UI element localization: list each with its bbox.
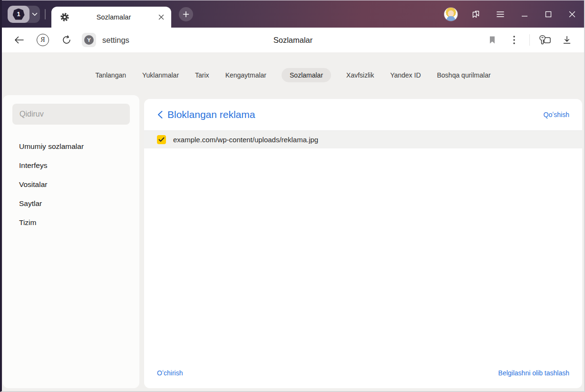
- avatar: [444, 8, 458, 21]
- titlebar-right-controls: [439, 0, 584, 28]
- nav-tab-boshqa-qurilmalar[interactable]: Boshqa qurilmalar: [436, 68, 492, 82]
- bookmark-icon[interactable]: [484, 31, 501, 49]
- titlebar-divider: [45, 9, 46, 20]
- toolbar: Я Y settings Sozlamalar: [2, 28, 584, 52]
- blocked-ad-row[interactable]: example.com/wp-content/uploads/reklama.j…: [144, 131, 582, 148]
- nav-tab-yuklanmalar[interactable]: Yuklanmalar: [141, 68, 180, 82]
- y-badge-icon: Y: [84, 35, 94, 45]
- tab-counter[interactable]: 1: [8, 6, 40, 23]
- sidebar-item-interfeys[interactable]: Interfeys: [12, 156, 130, 175]
- toolbar-divider: [529, 34, 530, 46]
- nav-tab-kengaytmalar[interactable]: Kengaytmalar: [224, 68, 267, 82]
- tab-group-shield-icon: 1: [13, 9, 25, 20]
- minimize-button[interactable]: [513, 0, 536, 28]
- content-footer: Oʻchirish Belgilashni olib tashlash: [144, 369, 582, 388]
- active-tab[interactable]: Sozlamalar: [51, 7, 171, 28]
- tab-counter-value: 1: [17, 10, 20, 18]
- checked-checkbox[interactable]: [157, 135, 166, 144]
- sidebar-item-tizim[interactable]: Tizim: [12, 213, 130, 232]
- search-engine-badge[interactable]: Y: [82, 33, 96, 47]
- nav-tab-sozlamalar[interactable]: Sozlamalar: [282, 68, 331, 82]
- titlebar: 1 Sozlamalar: [2, 0, 584, 28]
- close-window-button[interactable]: [560, 0, 584, 28]
- sidebar-list: Umumiy sozlamalar Interfeys Vositalar Sa…: [12, 137, 130, 232]
- collections-icon[interactable]: [463, 0, 488, 28]
- settings-body: Umumiy sozlamalar Interfeys Vositalar Sa…: [2, 95, 584, 391]
- settings-nav: Tanlangan Yuklanmalar Tarix Kengaytmalar…: [2, 52, 584, 95]
- kebab-menu-icon[interactable]: [506, 31, 523, 49]
- profile-avatar[interactable]: [439, 0, 463, 28]
- nav-tab-tanlangan[interactable]: Tanlangan: [94, 68, 127, 82]
- chevron-down-icon[interactable]: [29, 12, 40, 16]
- download-icon[interactable]: [558, 31, 575, 49]
- content-title[interactable]: Bloklangan reklama: [167, 109, 255, 120]
- yandex-letter: Я: [40, 36, 45, 44]
- delete-link[interactable]: Oʻchirish: [157, 369, 183, 377]
- maximize-button[interactable]: [536, 0, 560, 28]
- menu-icon[interactable]: [488, 0, 513, 28]
- chevron-left-icon[interactable]: [157, 110, 163, 119]
- browser-window: 1 Sozlamalar: [0, 0, 585, 392]
- sidebar-item-saytlar[interactable]: Saytlar: [12, 194, 130, 213]
- toolbar-right: [484, 31, 575, 49]
- tab-counter-badge: 1: [8, 6, 29, 23]
- content-header: Bloklangan reklama Qoʻshish: [144, 99, 582, 130]
- close-tab-icon[interactable]: [158, 14, 165, 20]
- new-tab-button[interactable]: [179, 7, 193, 21]
- sidebar-item-vositalar[interactable]: Vositalar: [12, 175, 130, 194]
- add-link[interactable]: Qoʻshish: [544, 111, 569, 118]
- refresh-icon[interactable]: [58, 31, 75, 49]
- search-input[interactable]: [12, 104, 130, 125]
- page-title: Sozlamalar: [273, 36, 313, 45]
- sidebar: Umumiy sozlamalar Interfeys Vositalar Sa…: [3, 95, 139, 388]
- clear-selection-link[interactable]: Belgilashni olib tashlash: [498, 369, 569, 377]
- nav-tab-tarix[interactable]: Tarix: [194, 68, 210, 82]
- main-wrap: Bloklangan reklama Qoʻshish example.com/…: [144, 95, 582, 388]
- gear-icon: [60, 12, 69, 22]
- main-panel: Bloklangan reklama Qoʻshish example.com/…: [144, 99, 582, 388]
- yandex-logo-icon[interactable]: Я: [34, 31, 51, 49]
- back-icon[interactable]: [10, 31, 28, 49]
- passwords-icon[interactable]: [536, 31, 554, 49]
- tab-title: Sozlamalar: [69, 13, 158, 21]
- nav-tab-xavfsizlik[interactable]: Xavfsizlik: [345, 68, 375, 82]
- address-bar-url[interactable]: settings: [102, 36, 129, 45]
- nav-tab-yandex-id[interactable]: Yandex ID: [389, 68, 421, 82]
- blocked-ad-url: example.com/wp-content/uploads/reklama.j…: [173, 136, 318, 144]
- sidebar-item-umumiy-sozlamalar[interactable]: Umumiy sozlamalar: [12, 137, 130, 156]
